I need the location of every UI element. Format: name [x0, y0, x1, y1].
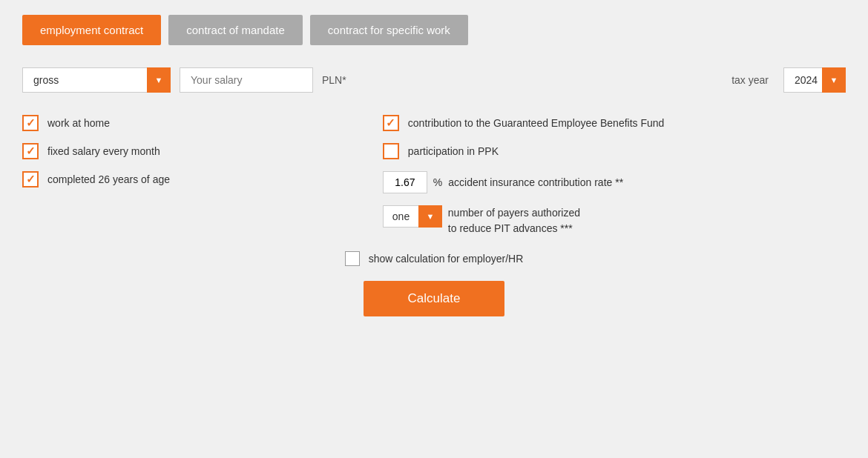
payers-row: one two ▼ number of payers authorizedto …	[383, 205, 846, 236]
salary-input[interactable]	[180, 67, 313, 93]
checkbox-work-at-home[interactable]	[22, 115, 39, 131]
accident-rate-input[interactable]	[383, 171, 427, 193]
show-calc-row: show calculation for employer/HR	[22, 251, 846, 266]
tab-bar: employment contract contract of mandate …	[22, 15, 846, 45]
ppk-label: participation in PPK	[408, 145, 499, 157]
fixed-salary-label: fixed salary every month	[47, 145, 160, 157]
checkbox-show-calc[interactable]	[345, 251, 360, 266]
calc-btn-row: Calculate	[22, 281, 846, 316]
calculate-button[interactable]: Calculate	[364, 281, 505, 316]
checkbox-fixed-salary[interactable]	[22, 143, 39, 159]
guaranteed-fund-label: contribution to the Guaranteed Employee …	[408, 117, 665, 129]
age-26-label: completed 26 years of age	[47, 173, 170, 185]
show-calc-label: show calculation for employer/HR	[369, 253, 524, 265]
checkbox-row-fixed-salary: fixed salary every month	[22, 143, 353, 159]
accident-rate-label: accident insurance contribution rate **	[448, 176, 623, 188]
tab-employment[interactable]: employment contract	[22, 15, 161, 45]
pln-label: PLN*	[322, 74, 346, 86]
salary-type-select[interactable]: gross net	[22, 67, 171, 93]
checkbox-ppk[interactable]	[383, 143, 399, 159]
checkbox-row-work-at-home: work at home	[22, 115, 353, 131]
tax-year-label: tax year	[731, 74, 769, 86]
salary-type-select-wrapper: gross net ▼	[22, 67, 171, 93]
accident-row: % accident insurance contribution rate *…	[383, 171, 846, 193]
checkbox-age-26[interactable]	[22, 171, 39, 187]
tax-year-select-wrapper: 2023 2024 ▼	[783, 67, 846, 93]
work-at-home-label: work at home	[47, 117, 110, 129]
checkbox-guaranteed-fund[interactable]	[383, 115, 399, 131]
options-left: work at home fixed salary every month co…	[22, 115, 353, 236]
tab-mandate[interactable]: contract of mandate	[168, 15, 303, 45]
options-section: work at home fixed salary every month co…	[22, 115, 846, 236]
percent-label: %	[433, 176, 442, 188]
checkbox-row-guaranteed-fund: contribution to the Guaranteed Employee …	[383, 115, 846, 131]
payers-select-wrapper: one two ▼	[383, 205, 442, 228]
payers-select[interactable]: one two	[383, 205, 442, 228]
tax-year-select[interactable]: 2023 2024	[783, 67, 846, 93]
payers-label: number of payers authorizedto reduce PIT…	[448, 205, 580, 236]
salary-row: gross net ▼ PLN* tax year 2023 2024 ▼	[22, 67, 846, 93]
options-right: contribution to the Guaranteed Employee …	[383, 115, 846, 236]
checkbox-row-ppk: participation in PPK	[383, 143, 846, 159]
tab-specific[interactable]: contract for specific work	[310, 15, 468, 45]
checkbox-row-age-26: completed 26 years of age	[22, 171, 353, 187]
